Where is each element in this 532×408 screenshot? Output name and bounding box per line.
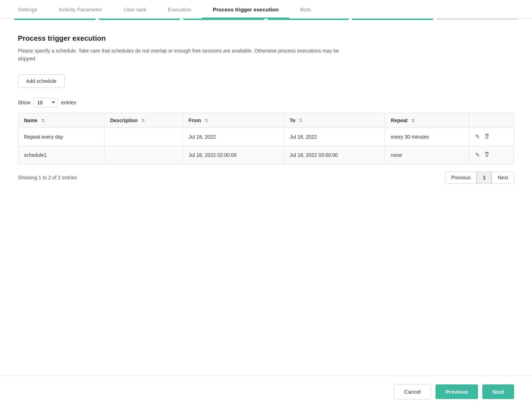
cell-actions: ✎ xyxy=(469,146,514,164)
tab-bots[interactable]: Bots xyxy=(289,0,321,18)
cell-to: Jul 18, 2022 03:00:00 xyxy=(284,146,385,164)
show-label: Show xyxy=(18,100,30,105)
cell-repeat: every 30 minutes xyxy=(385,128,469,146)
sort-icon-to[interactable]: ⇅ xyxy=(299,118,302,123)
progress-seg-2 xyxy=(99,19,180,20)
cell-from: Jul 18, 2022 xyxy=(183,128,284,146)
footer-bar: Cancel Previous Next xyxy=(0,375,532,408)
show-entries-row: Show 10 25 50 100 entries xyxy=(18,98,514,107)
col-header-to: To ⇅ xyxy=(284,113,385,128)
entries-label: entries xyxy=(61,100,76,105)
tab-execution[interactable]: Execution xyxy=(157,0,202,18)
entries-select[interactable]: 10 25 50 100 xyxy=(33,98,58,107)
progress-seg-6 xyxy=(436,19,518,20)
cell-description xyxy=(104,128,182,146)
tab-activity-parameter[interactable]: Activity Parameter xyxy=(48,0,113,18)
edit-icon[interactable]: ✎ xyxy=(475,133,480,140)
cell-description xyxy=(104,146,182,164)
cell-repeat: none xyxy=(385,146,469,164)
progress-seg-5 xyxy=(352,19,433,20)
col-header-from: From ⇅ xyxy=(183,113,284,128)
cell-name: Repeat every day xyxy=(18,128,104,146)
sort-icon-from[interactable]: ⇅ xyxy=(205,118,208,123)
add-schedule-button[interactable]: Add schedule xyxy=(18,74,65,88)
col-header-repeat: Repeat ⇅ xyxy=(385,113,469,128)
pagination-controls: Previous 1 Next xyxy=(445,171,514,184)
action-cell: ✎ xyxy=(475,151,508,159)
table-row: schedule1Jul 18, 2022 02:00:00Jul 18, 20… xyxy=(18,146,514,164)
col-header-name: Name ⇅ xyxy=(18,113,104,128)
showing-text: Showing 1 to 2 of 2 entries xyxy=(18,175,77,180)
main-content: Process trigger execution Please specify… xyxy=(0,20,532,198)
pagination-row: Showing 1 to 2 of 2 entries Previous 1 N… xyxy=(18,171,514,184)
page-title: Process trigger execution xyxy=(18,34,514,43)
schedule-table: Name ⇅ Description ⇅ From ⇅ To ⇅ xyxy=(18,113,514,164)
delete-icon[interactable] xyxy=(484,151,490,159)
table-header-row: Name ⇅ Description ⇅ From ⇅ To ⇅ xyxy=(18,113,514,128)
tab-settings[interactable]: Settings xyxy=(14,0,48,18)
edit-icon[interactable]: ✎ xyxy=(475,151,480,158)
footer-next-button[interactable]: Next xyxy=(482,384,514,399)
progress-seg-4 xyxy=(267,19,349,20)
page-description: Please specify a schedule. Take care tha… xyxy=(18,47,340,63)
pagination-page-1-button[interactable]: 1 xyxy=(477,171,492,184)
cell-from: Jul 18, 2022 02:00:00 xyxy=(183,146,284,164)
col-header-description: Description ⇅ xyxy=(104,113,182,128)
table-row: Repeat every dayJul 18, 2022Jul 18, 2022… xyxy=(18,128,514,146)
footer-previous-button[interactable]: Previous xyxy=(435,384,478,399)
tabs-container: Settings Activity Parameter User task Ex… xyxy=(0,0,532,19)
cell-name: schedule1 xyxy=(18,146,104,164)
cancel-button[interactable]: Cancel xyxy=(394,384,431,399)
progress-seg-1 xyxy=(14,19,96,20)
cell-actions: ✎ xyxy=(469,128,514,146)
tab-user-task[interactable]: User task xyxy=(113,0,157,18)
progress-seg-3 xyxy=(183,19,265,20)
col-header-actions xyxy=(469,113,514,128)
sort-icon-name[interactable]: ⇅ xyxy=(41,118,45,123)
page-wrapper: Settings Activity Parameter User task Ex… xyxy=(0,0,532,408)
pagination-next-button[interactable]: Next xyxy=(492,171,514,184)
cell-to: Jul 18, 2022 xyxy=(284,128,385,146)
sort-icon-repeat[interactable]: ⇅ xyxy=(411,118,415,123)
tab-process-trigger-execution[interactable]: Process trigger execution xyxy=(202,0,289,18)
delete-icon[interactable] xyxy=(484,133,490,141)
action-cell: ✎ xyxy=(475,133,508,141)
sort-icon-description[interactable]: ⇅ xyxy=(141,118,145,123)
pagination-previous-button[interactable]: Previous xyxy=(445,171,477,184)
